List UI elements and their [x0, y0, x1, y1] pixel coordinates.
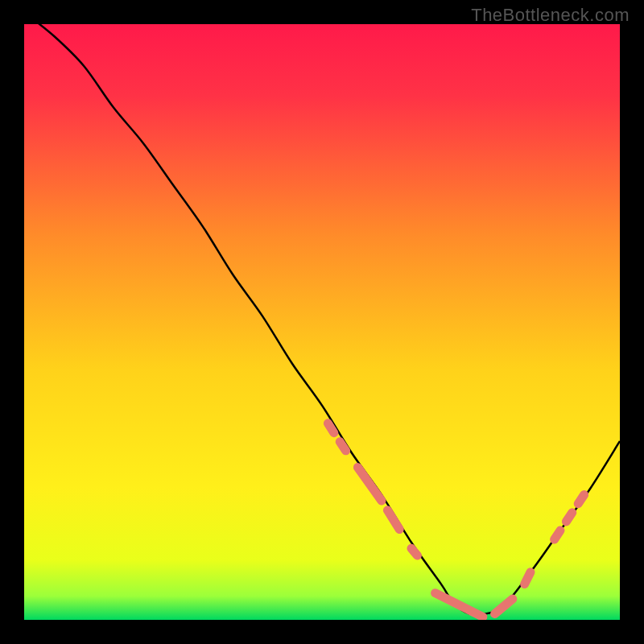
bottleneck-chart	[24, 24, 620, 620]
watermark-text: TheBottleneck.com	[471, 5, 630, 26]
highlight-segment	[328, 423, 333, 433]
highlight-segment	[578, 495, 584, 504]
highlight-segment	[340, 442, 345, 451]
highlight-segment	[411, 548, 417, 555]
gradient-background	[24, 24, 620, 620]
highlight-segment	[555, 530, 560, 539]
highlight-segment	[525, 572, 530, 584]
highlight-segment	[566, 513, 572, 522]
